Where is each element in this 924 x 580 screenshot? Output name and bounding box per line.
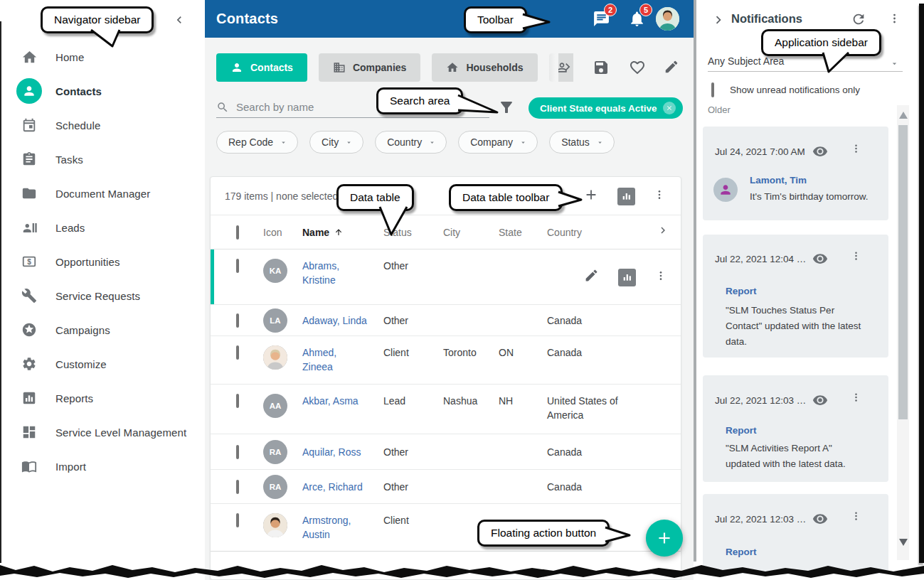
favorite-button[interactable] [629,59,646,76]
kebab-menu-icon [851,391,861,404]
user-avatar[interactable] [656,7,679,31]
column-header-country[interactable]: Country [547,227,654,238]
building-icon [333,61,346,74]
mark-read-button[interactable] [811,511,829,530]
cell-status: Other [383,445,435,459]
notification-card[interactable]: Jul 22, 2021 12:04 … Report "SLM Touches… [703,235,888,358]
contact-name-link[interactable]: Abrams, Kristine [302,259,362,287]
avatar: AA [263,394,287,418]
scrollbar-thumb[interactable] [898,125,908,419]
filter-country[interactable]: Country [375,131,447,154]
sidebar-item-service-level-management[interactable]: Service Level Management [1,415,205,449]
table-menu-button[interactable] [654,188,665,204]
columns-overflow-button[interactable] [657,224,669,240]
filter-button[interactable] [498,99,515,116]
notification-link[interactable]: Report [726,425,757,436]
callout-toolbar: Toolbar [464,6,527,33]
sidebar-expand-button[interactable] [711,12,726,31]
contact-name-link[interactable]: Adaway, Linda [302,313,373,328]
edit-views-button[interactable] [664,59,681,76]
search-icon [216,101,229,114]
notification-menu-button[interactable] [851,510,861,525]
refresh-button[interactable] [851,11,866,30]
sidebar-resize-handle[interactable] [694,0,696,562]
save-view-button[interactable] [593,59,610,76]
row-checkbox[interactable] [236,313,239,328]
scroll-down-arrow[interactable] [899,536,908,549]
chip-remove-button[interactable] [663,102,676,114]
row-checkbox[interactable] [236,394,239,408]
notification-card[interactable]: Jul 22, 2021 12:03 … Report "SLM Activit… [703,375,888,482]
scroll-up-arrow[interactable] [899,109,908,122]
active-filter-chip[interactable]: Client State equals Active [529,97,683,119]
filter-rep-code[interactable]: Rep Code [216,131,298,154]
sidebar-item-campaigns[interactable]: Campaigns [1,313,205,347]
contact-name-link[interactable]: Akbar, Asma [302,394,373,408]
subject-area-select[interactable]: Any Subject Area [708,55,784,67]
contact-name-link[interactable]: Aquilar, Ross [302,445,373,459]
sidebar-item-opportunities[interactable]: $ Opportunities [1,245,205,279]
contact-name-link[interactable]: Armstrong, Austin [302,513,362,542]
row-checkbox[interactable] [236,445,239,459]
column-header-icon[interactable]: Icon [263,227,287,238]
notification-body: It's Tim's birthday tomorrow. [750,189,892,205]
notification-menu-button[interactable] [851,249,861,265]
chart-view-button[interactable] [617,188,635,205]
unread-only-checkbox[interactable] [711,82,714,97]
tab-contacts[interactable]: Contacts [216,53,307,82]
notification-menu-button[interactable] [851,142,861,158]
mark-read-button[interactable] [811,392,829,411]
table-row[interactable]: Ahmed, Zineea Client Toronto ON Canada [211,336,681,385]
row-checkbox[interactable] [236,259,239,273]
select-all-checkbox[interactable] [236,225,239,240]
table-row[interactable]: RA Aquilar, Ross Other Canada [211,434,681,470]
mark-read-button[interactable] [811,251,829,269]
tabs-scroll-right-button[interactable] [561,60,575,77]
notifications-button[interactable]: 5 [628,10,647,28]
row-edit-button[interactable] [584,268,599,286]
chat-button[interactable]: 2 [593,10,611,28]
tab-households[interactable]: Households [432,53,537,82]
entity-tabs: Contacts Companies Households [216,53,573,82]
sidebar-item-contacts[interactable]: Contacts [1,74,205,108]
column-header-city[interactable]: City [443,227,490,238]
table-row[interactable]: AA Akbar, Asma Lead Nashua NH United Sta… [211,385,681,434]
row-chart-button[interactable] [618,269,636,286]
tab-companies[interactable]: Companies [319,53,420,82]
add-button[interactable] [583,187,599,205]
filter-city[interactable]: City [309,131,363,154]
bar-chart-icon [16,385,43,412]
contact-name-link[interactable]: Ahmed, Zineea [302,345,362,374]
screenshot-right-border [919,4,924,563]
sidebar-item-customize[interactable]: Customize [1,347,205,381]
sidebar-item-document-manager[interactable]: Document Manager [1,176,205,210]
sidebar-item-schedule[interactable]: Schedule [1,108,205,142]
table-row[interactable]: LA Adaway, Linda Other Canada [211,305,681,336]
notification-menu-button[interactable] [851,391,861,407]
sidebar-item-tasks[interactable]: Tasks [1,142,205,176]
notification-link[interactable]: Lamont, Tim [750,175,807,186]
sidebar-collapse-button[interactable] [171,11,188,28]
column-header-state[interactable]: State [499,227,538,238]
floating-action-button[interactable] [646,520,683,557]
caret-down-icon[interactable] [890,58,899,71]
sidebar-item-service-requests[interactable]: Service Requests [1,279,205,313]
filter-company[interactable]: Company [458,131,538,154]
row-menu-button[interactable] [655,269,667,286]
mark-read-button[interactable] [811,144,829,162]
sidebar-item-import[interactable]: Import [1,449,205,483]
sidebar-menu-button[interactable] [888,11,901,28]
table-row[interactable]: RA Arce, Richard Other Canada [211,470,681,504]
row-checkbox[interactable] [236,513,239,527]
notification-card[interactable]: Jul 24, 2021 7:00 AM Lamont, Tim It's Ti… [703,127,888,220]
filter-status[interactable]: Status [549,131,615,154]
row-checkbox[interactable] [236,480,239,494]
tab-label: Households [466,62,523,73]
sidebar-item-leads[interactable]: Leads [1,210,205,245]
table-row[interactable]: KA Abrams, Kristine Other [211,249,681,305]
column-header-name[interactable]: Name [302,227,373,238]
contact-name-link[interactable]: Arce, Richard [302,480,373,494]
sidebar-item-reports[interactable]: Reports [1,381,205,415]
notification-link[interactable]: Report [726,286,757,296]
row-checkbox[interactable] [236,345,239,360]
